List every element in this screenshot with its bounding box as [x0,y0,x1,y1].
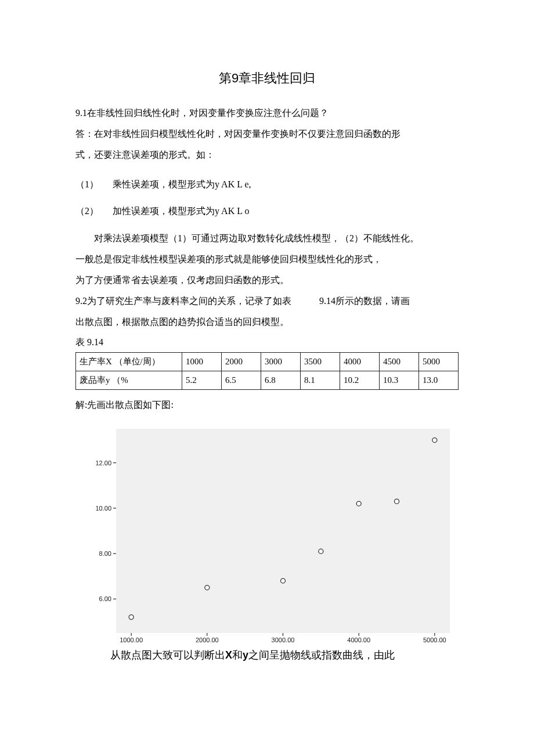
svg-point-23 [356,501,361,506]
item-1-text: 乘性误差项，模型形式为y AK L e, [113,179,251,189]
svg-point-22 [319,549,323,554]
row1-head: 生产率X （单位/周） [76,353,182,371]
svg-text:5000.00: 5000.00 [423,636,446,643]
svg-rect-0 [116,429,450,633]
data-table: 生产率X （单位/周） 1000 2000 3000 3500 4000 450… [75,352,459,390]
item-2-text: 加性误差项，模型形式为y AK L o [113,206,249,216]
svg-text:2000.00: 2000.00 [196,636,219,643]
cell: 10.3 [380,371,419,390]
svg-text:10.00: 10.00 [95,505,111,512]
svg-point-19 [129,615,134,620]
svg-text:4000.00: 4000.00 [347,636,370,643]
svg-point-25 [432,438,437,443]
cell: 10.2 [340,371,380,390]
q2-line1b: 9.14所示的数据，请画 [319,296,410,306]
row2-head: 废品率y （% [76,371,182,390]
item-2-num: （2） [75,204,110,218]
discussion-line2: 一般总是假定非线性模型误差项的形式就是能够使回归模型线性化的形式， [75,249,459,269]
conclusion-post: 之间呈抛物线或指数曲线，由此 [248,649,395,661]
q2-line1a: 9.2为了研究生产率与废料率之间的关系，记录了如表 [75,296,291,306]
q1-answer-line1: 答：在对非线性回归模型线性化时，对因变量作变换时不仅要注意回归函数的形 [75,124,459,144]
q1-answer-line2: 式，还要注意误差项的形式。如： [75,145,459,165]
table-label: 表 9.14 [75,337,459,349]
svg-text:8.00: 8.00 [99,550,111,557]
answer-intro: 解:先画出散点图如下图: [75,399,459,411]
discussion-line3: 为了方便通常省去误差项，仅考虑回归函数的形式。 [75,270,459,290]
conclusion-y: y [243,649,248,661]
cell: 4000 [340,353,380,371]
svg-point-24 [395,499,399,504]
item-1-num: （1） [75,178,110,191]
chart-conclusion: 从散点图大致可以判断出X和y之间呈抛物线或指数曲线，由此 [75,648,459,662]
cell: 13.0 [419,371,459,390]
item-2: （2） 加性误差项，模型形式为y AK L o [75,204,459,218]
cell: 6.5 [222,371,261,390]
svg-text:1000.00: 1000.00 [120,636,143,643]
cell: 3500 [301,353,340,371]
cell: 6.8 [261,371,301,390]
cell: 5000 [419,353,459,371]
conclusion-x: X [225,649,232,661]
chapter-title: 第9章非线性回归 [75,70,459,87]
q1-prompt: 9.1在非线性回归线性化时，对因变量作变换应注意什么问题？ [75,103,459,123]
cell: 8.1 [301,371,340,390]
item-1: （1） 乘性误差项，模型形式为y AK L e, [75,178,459,191]
document-page: 第9章非线性回归 9.1在非线性回归线性化时，对因变量作变换应注意什么问题？ 答… [0,0,534,756]
cell: 1000 [182,353,222,371]
svg-text:6.00: 6.00 [99,595,111,602]
conclusion-pre: 从散点图大致可以判断出 [110,649,225,661]
cell: 4500 [380,353,419,371]
table-row: 生产率X （单位/周） 1000 2000 3000 3500 4000 450… [76,353,459,371]
chart-svg: 6.008.0010.0012.001000.002000.003000.004… [75,423,456,649]
q2-line2: 出散点图，根据散点图的趋势拟合适当的回归模型。 [75,312,459,332]
cell: 5.2 [182,371,222,390]
scatter-chart: 6.008.0010.0012.001000.002000.003000.004… [75,423,456,649]
q2-line1: 9.2为了研究生产率与废料率之间的关系，记录了如表 9.14所示的数据，请画 [75,291,459,311]
svg-point-21 [281,578,286,583]
svg-text:12.00: 12.00 [95,460,111,466]
svg-text:3000.00: 3000.00 [272,636,295,643]
table-row: 废品率y （% 5.2 6.5 6.8 8.1 10.2 10.3 13.0 [76,371,459,390]
cell: 2000 [222,353,261,371]
conclusion-mid: 和 [232,649,243,661]
svg-point-20 [205,585,210,590]
discussion-line1: 对乘法误差项模型（1）可通过两边取对数转化成线性模型，（2）不能线性化。 [75,229,459,248]
cell: 3000 [261,353,301,371]
